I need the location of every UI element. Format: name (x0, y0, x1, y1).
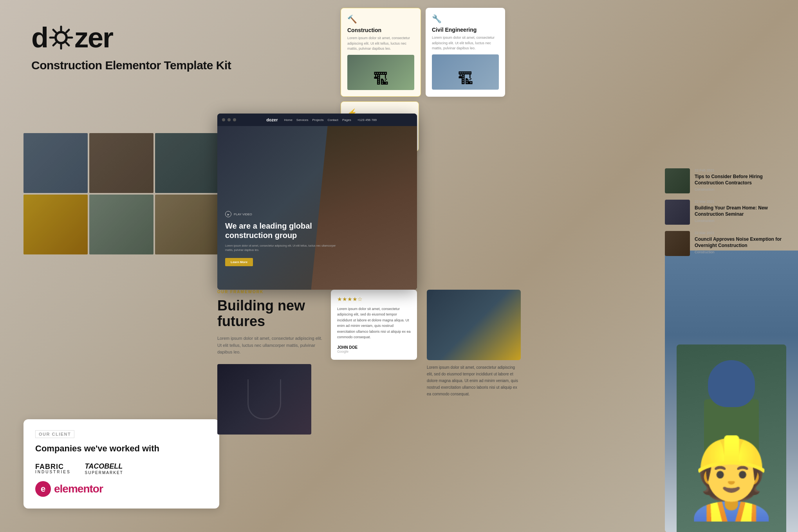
tunnel-image (217, 364, 311, 435)
photo-cell-3 (155, 133, 219, 193)
browser-dot-3 (233, 118, 236, 121)
blog-thumb-3 (665, 231, 690, 256)
nav-contact[interactable]: Contact (327, 118, 338, 122)
blog-cat-3: Construction (695, 250, 790, 254)
play-button[interactable]: ▶ (225, 211, 231, 217)
portrait-section (665, 251, 798, 532)
civil-engineering-title: Civil Engineering (432, 27, 499, 33)
framework-label: OUR FRAMEWORK (217, 290, 327, 294)
blog-cat-2: Construction (695, 219, 790, 223)
blog-post-2: 22 Mar 2021 Building Your Dream Home: Ne… (665, 200, 790, 225)
browser-mockup: dozer Home Services Projects Contact Pag… (217, 114, 417, 290)
blog-content-3: 22 Mar 2021 Council Approves Noise Exemp… (695, 231, 790, 254)
blog-title-3[interactable]: Council Approves Noise Exemption for Ove… (695, 236, 790, 249)
testimonial-card: ★★★★☆ Lorem ipsum dolor sit amet, consec… (331, 290, 417, 360)
construction-title: Construction (347, 27, 414, 33)
building-desc-text: Lorem ipsum dolor sit amet, consectetur … (427, 364, 521, 397)
photo-cell-1 (23, 133, 88, 193)
blog-post-1: 22 Feb 2021 Tips to Consider Before Hiri… (665, 168, 790, 193)
blog-title-1[interactable]: Tips to Consider Before Hiring Construct… (695, 174, 790, 186)
play-video[interactable]: ▶ PLAY VIDEO (225, 211, 337, 217)
tacobell-logo: TACOBELL supermarket (85, 462, 123, 475)
logo-section: d zer Construction Elementor Template Ki… (31, 23, 231, 72)
civil-engineering-icon: 🔧 (432, 14, 499, 23)
photo-grid (23, 133, 219, 254)
photo-cell-5 (89, 195, 153, 254)
browser-dot-1 (222, 118, 225, 121)
photo-cell-4 (23, 195, 88, 254)
svg-line-5 (53, 30, 56, 32)
excavator-image (347, 55, 414, 90)
clients-title: Companies we've worked with (35, 444, 208, 454)
building-right-photo (427, 290, 521, 360)
construction-icon: 🔨 (347, 14, 414, 24)
blog-thumb-1 (665, 168, 690, 193)
photo-cell-2 (89, 133, 153, 193)
blog-date-3: 22 Mar 2021 (695, 231, 790, 235)
worker-body (704, 399, 759, 478)
browser-logo-text: dozer (266, 117, 278, 122)
browser-phone: +123 456 789 (357, 118, 377, 122)
testimonial-source: Google (337, 350, 411, 353)
fabric-sub: INDUSTRIES (35, 470, 71, 474)
browser-nav: dozer Home Services Projects Contact Pag… (266, 117, 385, 122)
client-logos: FABRIC INDUSTRIES TACOBELL supermarket (35, 462, 208, 475)
photo-cell-6 (155, 195, 219, 254)
svg-line-8 (53, 43, 56, 45)
blog-content-1: 22 Feb 2021 Tips to Consider Before Hiri… (695, 168, 790, 191)
blog-thumb-2 (665, 200, 690, 225)
civil-engineering-text: Lorem ipsum dolor sit amet, consectetur … (432, 35, 499, 51)
tacobell-sub: supermarket (85, 471, 123, 475)
elementor-logo: e elementor (35, 481, 208, 497)
svg-line-7 (66, 30, 69, 32)
blog-content-2: 22 Mar 2021 Building Your Dream Home: Ne… (695, 200, 790, 223)
building-text: Lorem ipsum dolor sit amet, consectetur … (217, 335, 327, 356)
svg-point-0 (56, 32, 67, 43)
nav-pages[interactable]: Pages (342, 118, 351, 122)
logo-gear-icon (49, 25, 74, 50)
blog-section: 22 Feb 2021 Tips to Consider Before Hiri… (665, 168, 790, 262)
play-label: PLAY VIDEO (234, 213, 252, 216)
portrait-worker (677, 344, 786, 532)
testimonial-text: Lorem ipsum dolor sit amet, consectetur … (337, 306, 411, 340)
testimonial-stars: ★★★★☆ (337, 296, 411, 302)
brand-logo: d zer (31, 23, 231, 52)
svg-line-6 (66, 43, 69, 45)
nav-home[interactable]: Home (284, 118, 292, 122)
browser-nav-links: Home Services Projects Contact Pages (284, 118, 351, 122)
browser-hero: ▶ PLAY VIDEO We are a leading global con… (217, 126, 417, 290)
browser-hero-content: ▶ PLAY VIDEO We are a leading global con… (225, 211, 337, 266)
nav-projects[interactable]: Projects (312, 118, 324, 122)
testimonial-author: JOHN DOE (337, 345, 411, 350)
browser-subtext: Lorem ipsum dolor sit amet, consectetur … (225, 244, 337, 252)
learn-more-button[interactable]: Learn More (225, 258, 253, 266)
clients-section: OUR CLIENT Companies we've worked with F… (23, 419, 219, 509)
logo-zer: zer (74, 23, 113, 52)
civil-engineering-card: 🔧 Civil Engineering Lorem ipsum dolor si… (426, 8, 505, 97)
blog-date-2: 22 Mar 2021 (695, 200, 790, 204)
worker-figure (677, 344, 786, 532)
browser-dot-2 (227, 118, 231, 121)
logo-d: d (31, 23, 48, 52)
browser-bar: dozer Home Services Projects Contact Pag… (217, 114, 417, 126)
building-section: OUR FRAMEWORK Building new futures Lorem… (217, 290, 327, 362)
blog-cat-1: Construction (695, 188, 790, 191)
construction-card: 🔨 Construction Lorem ipsum dolor sit ame… (341, 8, 421, 97)
fabric-logo: FABRIC INDUSTRIES (35, 463, 71, 474)
nav-services[interactable]: Services (296, 118, 309, 122)
elementor-icon: e (35, 481, 51, 497)
building-title: Building new futures (217, 298, 327, 329)
our-client-label: OUR CLIENT (35, 430, 74, 438)
blog-title-2[interactable]: Building Your Dream Home: New Constructi… (695, 205, 790, 217)
crane-image (432, 54, 499, 90)
construction-text: Lorem ipsum dolor sit amet, consectetur … (347, 36, 414, 52)
browser-headline: We are a leading global construction gro… (225, 221, 337, 240)
hard-hat (708, 360, 755, 407)
building-desc-section: Lorem ipsum dolor sit amet, consectetur … (427, 364, 521, 397)
blog-date-1: 22 Feb 2021 (695, 168, 790, 172)
blog-post-3: 22 Mar 2021 Council Approves Noise Exemp… (665, 231, 790, 256)
browser-brand: dozer (266, 117, 278, 122)
services-row-1: 🔨 Construction Lorem ipsum dolor sit ame… (341, 8, 505, 97)
tagline-text: Construction Elementor Template Kit (31, 59, 231, 72)
elementor-text: elementor (54, 483, 103, 495)
